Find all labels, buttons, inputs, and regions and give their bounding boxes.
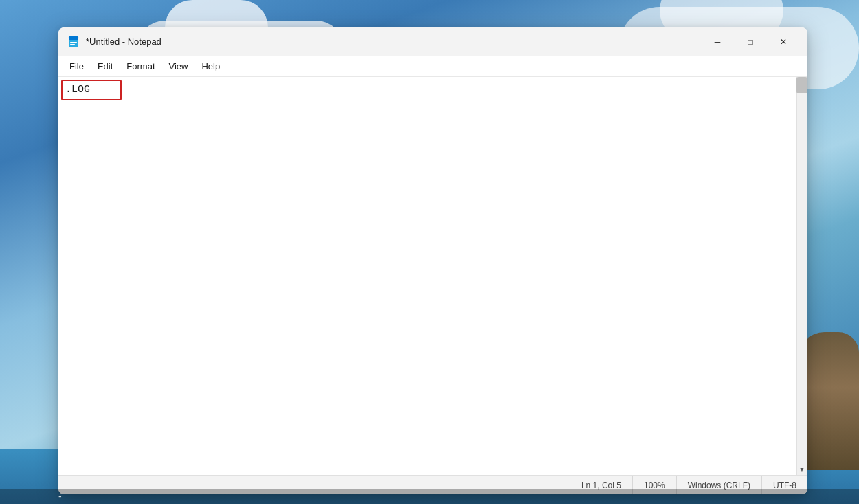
notepad-app-icon [67, 35, 80, 49]
scrollbar-track: ▲ ▼ [796, 77, 807, 475]
menu-format[interactable]: Format [120, 58, 161, 74]
window-controls: ─ □ ✕ [702, 31, 799, 53]
svg-rect-1 [69, 36, 78, 40]
taskbar: - [0, 489, 859, 504]
title-bar: *Untitled - Notepad ─ □ ✕ [58, 27, 807, 56]
menu-file[interactable]: File [63, 58, 91, 74]
taskbar-dash: - [0, 491, 62, 502]
svg-rect-3 [70, 44, 75, 45]
minimize-button[interactable]: ─ [702, 31, 733, 53]
menu-view[interactable]: View [162, 58, 195, 74]
scrollbar-down-arrow[interactable]: ▼ [796, 464, 807, 475]
scrollbar-thumb[interactable] [796, 77, 807, 93]
maximize-button[interactable]: □ [735, 31, 766, 53]
menu-edit[interactable]: Edit [91, 58, 120, 74]
editor-wrapper: ▲ ▼ [58, 77, 807, 475]
window-title: *Untitled - Notepad [86, 36, 702, 47]
editor-container [58, 77, 807, 475]
text-editor[interactable] [58, 77, 807, 475]
svg-rect-2 [70, 42, 77, 43]
menu-bar: File Edit Format View Help [58, 56, 807, 77]
close-button[interactable]: ✕ [768, 31, 799, 53]
notepad-window: *Untitled - Notepad ─ □ ✕ File Edit Form… [58, 27, 807, 494]
menu-help[interactable]: Help [194, 58, 227, 74]
